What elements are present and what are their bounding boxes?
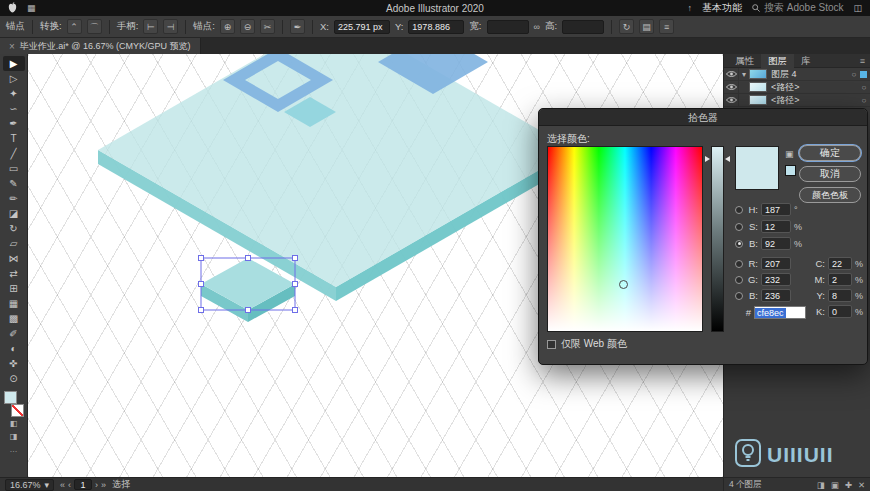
stock-search[interactable]: 搜索 Adobe Stock	[752, 1, 843, 15]
hue-input[interactable]: 187	[761, 203, 791, 216]
fill-stroke-controls[interactable]	[3, 391, 25, 417]
yellow-input[interactable]: 8	[828, 289, 852, 302]
selection-tool[interactable]: ▶	[3, 56, 25, 71]
cancel-button[interactable]: 取消	[799, 166, 861, 182]
paintbrush-tool[interactable]: ✎	[3, 176, 25, 191]
saturation-input[interactable]: 12	[761, 220, 791, 233]
window-switcher-icon[interactable]: ◫	[853, 3, 862, 13]
web-colors-checkbox[interactable]	[547, 340, 556, 349]
expand-chevron-icon[interactable]: ▾	[739, 70, 749, 79]
rectangle-tool[interactable]: ▭	[3, 161, 25, 176]
hide-handles-icon[interactable]: ⊣	[163, 19, 178, 34]
fill-swatch[interactable]	[4, 391, 17, 404]
apple-menu-icon[interactable]	[8, 2, 17, 15]
last-artboard-icon[interactable]: »	[101, 480, 106, 490]
web-colors-only-checkbox-row[interactable]: 仅限 Web 颜色	[547, 337, 627, 351]
panel-menu-icon[interactable]: ≡	[855, 56, 870, 66]
width-tool[interactable]: ⋈	[3, 251, 25, 266]
cut-path-icon[interactable]: ✂	[260, 19, 275, 34]
zoom-tool[interactable]: ⊙	[3, 371, 25, 386]
transform-icon[interactable]: ↻	[619, 19, 634, 34]
black-input[interactable]: 0	[828, 305, 852, 318]
layer-row[interactable]: <路径> ○	[724, 81, 870, 94]
layer-row[interactable]: ▾ 图层 4 ○	[724, 68, 870, 81]
magenta-input[interactable]: 2	[828, 273, 852, 286]
eyedropper-tool[interactable]: ✐	[3, 326, 25, 341]
direct-selection-tool[interactable]: ▷	[3, 71, 25, 86]
green-radio[interactable]	[735, 276, 743, 284]
pen-tool[interactable]: ✒	[3, 116, 25, 131]
color-swatches-button[interactable]: 颜色色板	[799, 187, 861, 203]
visibility-eye-icon[interactable]	[724, 81, 739, 94]
brightness-input[interactable]: 92	[761, 237, 791, 250]
new-sublayer-icon[interactable]: ▣	[831, 480, 839, 490]
brightness-slider[interactable]	[711, 146, 724, 332]
selection-handle[interactable]	[199, 308, 204, 313]
visibility-eye-icon[interactable]	[724, 68, 739, 81]
selection-handle[interactable]	[246, 308, 251, 313]
pencil-tool[interactable]: ✏	[3, 191, 25, 206]
app-menu-icon[interactable]: ▦	[27, 3, 36, 13]
selection-handle[interactable]	[293, 308, 298, 313]
color-field-marker[interactable]	[619, 280, 628, 289]
selection-handle[interactable]	[199, 282, 204, 287]
prev-artboard-icon[interactable]: ‹	[68, 480, 71, 490]
slider-marker-right-icon[interactable]	[725, 156, 730, 162]
make-clipping-mask-icon[interactable]: ◨	[817, 480, 825, 490]
dialog-title[interactable]: 拾色器	[539, 109, 867, 126]
more-tools-icon[interactable]: …	[3, 443, 25, 456]
next-artboard-icon[interactable]: ›	[95, 480, 98, 490]
selection-handle[interactable]	[293, 282, 298, 287]
web-safe-swatch[interactable]	[785, 165, 796, 176]
type-tool[interactable]: T	[3, 131, 25, 146]
artboard-number-input[interactable]: 1	[74, 479, 92, 490]
blend-tool[interactable]: ◐	[3, 341, 25, 356]
selection-handle[interactable]	[246, 256, 251, 261]
tab-libraries[interactable]: 库	[794, 54, 818, 68]
saturation-radio[interactable]	[735, 223, 743, 231]
saturation-field[interactable]	[547, 146, 703, 332]
line-segment-tool[interactable]: ╱	[3, 146, 25, 161]
zoom-level-select[interactable]: 16.67% ▾	[5, 479, 54, 491]
layer-thumbnail[interactable]	[749, 95, 767, 105]
rotate-tool[interactable]: ↻	[3, 221, 25, 236]
hand-tool[interactable]: ✜	[3, 356, 25, 371]
stroke-swatch[interactable]	[11, 404, 24, 417]
target-circle-icon[interactable]: ○	[848, 70, 860, 79]
layer-thumbnail[interactable]	[749, 69, 767, 79]
delete-layer-icon[interactable]: ✕	[858, 480, 865, 490]
panel-options-icon[interactable]: ≡	[659, 19, 674, 34]
lasso-tool[interactable]: ∽	[3, 101, 25, 116]
layer-row[interactable]: <路径> ○	[724, 94, 870, 107]
workspace-switcher[interactable]: 基本功能	[702, 1, 742, 15]
red-input[interactable]: 207	[761, 257, 791, 270]
x-input[interactable]: 225.791 px	[334, 20, 390, 34]
first-artboard-icon[interactable]: «	[60, 480, 65, 490]
width-input[interactable]	[487, 20, 529, 34]
web-color-cube-icon[interactable]: ▣	[785, 149, 794, 159]
target-circle-icon[interactable]: ○	[858, 83, 870, 92]
layer-name[interactable]: 图层 4	[771, 68, 848, 81]
align-icon[interactable]: ▤	[639, 19, 654, 34]
ok-button[interactable]: 确定	[799, 145, 861, 161]
green-input[interactable]: 232	[761, 273, 791, 286]
height-input[interactable]	[562, 20, 604, 34]
brightness-radio[interactable]	[735, 240, 743, 248]
add-anchor-icon[interactable]: ⊕	[220, 19, 235, 34]
remove-anchor-icon[interactable]: ⊖	[240, 19, 255, 34]
convert-to-smooth-icon[interactable]: ⌒	[87, 19, 102, 34]
magic-wand-tool[interactable]: ✦	[3, 86, 25, 101]
show-handles-icon[interactable]: ⊢	[143, 19, 158, 34]
pen-options-icon[interactable]: ✒	[290, 19, 305, 34]
slider-marker-left-icon[interactable]	[705, 156, 710, 162]
cyan-input[interactable]: 22	[828, 257, 852, 270]
tab-properties[interactable]: 属性	[728, 54, 761, 68]
draw-normal-mode-icon[interactable]: ◧	[3, 417, 25, 430]
mesh-tool[interactable]: ▦	[3, 296, 25, 311]
slab-top-face[interactable]	[98, 54, 574, 287]
free-transform-tool[interactable]: ⇄	[3, 266, 25, 281]
selection-handle[interactable]	[293, 256, 298, 261]
target-circle-icon[interactable]: ○	[858, 96, 870, 105]
close-tab-icon[interactable]: ×	[9, 41, 15, 52]
scale-tool[interactable]: ▱	[3, 236, 25, 251]
